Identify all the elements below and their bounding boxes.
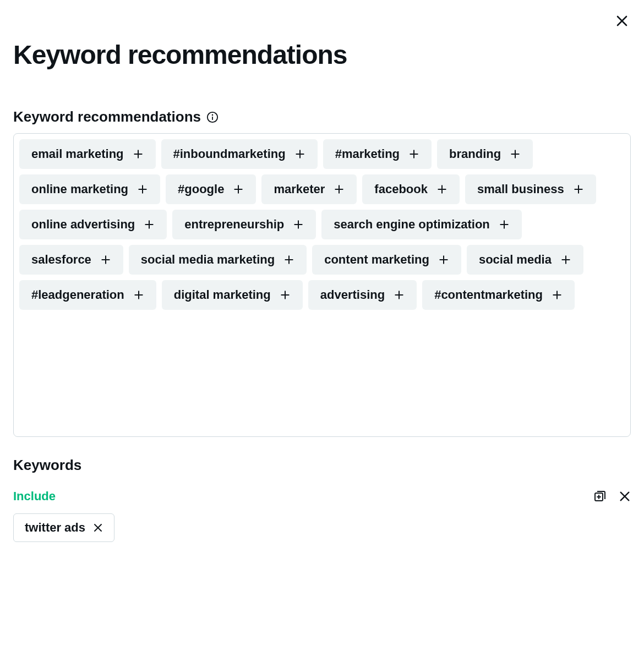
recommendation-chip[interactable]: email marketing (19, 139, 156, 169)
info-icon[interactable] (206, 111, 219, 123)
plus-icon (510, 149, 521, 160)
chip-label: content marketing (324, 253, 429, 267)
chip-label: #leadgeneration (31, 288, 124, 302)
plus-icon (283, 254, 294, 265)
chip-label: #marketing (335, 147, 400, 161)
plus-icon (137, 184, 148, 195)
recommendation-chip[interactable]: search engine optimization (321, 210, 522, 239)
chip-label: online marketing (31, 182, 128, 196)
plus-icon (233, 184, 244, 195)
chip-label: advertising (320, 288, 385, 302)
bulk-add-icon[interactable] (593, 490, 607, 503)
chip-label: search engine optimization (334, 217, 490, 232)
recommendation-chip[interactable]: #inboundmarketing (161, 139, 318, 169)
recommendation-chip[interactable]: branding (437, 139, 533, 169)
chip-label: online advertising (31, 217, 135, 232)
recommendation-chip[interactable]: social media (467, 245, 583, 275)
chip-label: entrepreneurship (184, 217, 284, 232)
plus-icon (294, 149, 305, 160)
recommendation-chip[interactable]: #leadgeneration (19, 280, 156, 310)
include-label: Include (13, 489, 56, 504)
recommendation-chip[interactable]: #google (166, 174, 256, 204)
plus-icon (499, 219, 510, 230)
chip-label: #google (178, 182, 224, 196)
plus-icon (144, 219, 155, 230)
recommendations-label-text: Keyword recommendations (13, 108, 201, 125)
close-icon[interactable] (615, 14, 629, 28)
recommendation-chip[interactable]: advertising (308, 280, 417, 310)
plus-icon (436, 184, 447, 195)
plus-icon (293, 219, 304, 230)
plus-icon (133, 149, 144, 160)
svg-point-1 (212, 114, 214, 116)
recommendation-chip[interactable]: marketer (261, 174, 357, 204)
recommendation-chip[interactable]: social media marketing (129, 245, 307, 275)
plus-icon (133, 289, 144, 300)
chip-label: facebook (374, 182, 428, 196)
plus-icon (100, 254, 111, 265)
recommendations-box: email marketing #inboundmarketing #marke… (13, 133, 631, 437)
page-title: Keyword recommendations (13, 40, 631, 70)
svg-rect-2 (212, 116, 213, 119)
remove-keyword-icon[interactable] (93, 523, 103, 533)
keywords-heading: Keywords (13, 457, 631, 474)
chip-label: branding (449, 147, 501, 161)
recommendation-chip[interactable]: small business (465, 174, 596, 204)
plus-icon (408, 149, 419, 160)
recommendation-chip[interactable]: #contentmarketing (422, 280, 575, 310)
recommendation-chip[interactable]: facebook (362, 174, 460, 204)
clear-all-icon[interactable] (619, 490, 631, 502)
plus-icon (573, 184, 584, 195)
chip-label: email marketing (31, 147, 124, 161)
chip-label: #contentmarketing (434, 288, 543, 302)
plus-icon (438, 254, 449, 265)
recommendation-chip[interactable]: online marketing (19, 174, 160, 204)
chip-label: #inboundmarketing (173, 147, 286, 161)
selected-keyword-label: twitter ads (25, 521, 85, 535)
chip-label: marketer (274, 182, 325, 196)
plus-icon (552, 289, 563, 300)
chip-label: small business (477, 182, 564, 196)
recommendation-chip[interactable]: content marketing (312, 245, 461, 275)
plus-icon (560, 254, 571, 265)
chip-label: social media marketing (141, 253, 275, 267)
plus-icon (334, 184, 345, 195)
selected-keyword-chip[interactable]: twitter ads (13, 513, 114, 542)
chip-label: social media (479, 253, 552, 267)
recommendation-chip[interactable]: entrepreneurship (172, 210, 316, 239)
plus-icon (280, 289, 291, 300)
plus-icon (394, 289, 405, 300)
recommendations-label: Keyword recommendations (13, 108, 631, 125)
recommendation-chip[interactable]: #marketing (323, 139, 432, 169)
chip-label: digital marketing (174, 288, 271, 302)
chip-label: salesforce (31, 253, 91, 267)
recommendation-chip[interactable]: online advertising (19, 210, 167, 239)
recommendation-chip[interactable]: salesforce (19, 245, 123, 275)
recommendation-chip[interactable]: digital marketing (162, 280, 303, 310)
